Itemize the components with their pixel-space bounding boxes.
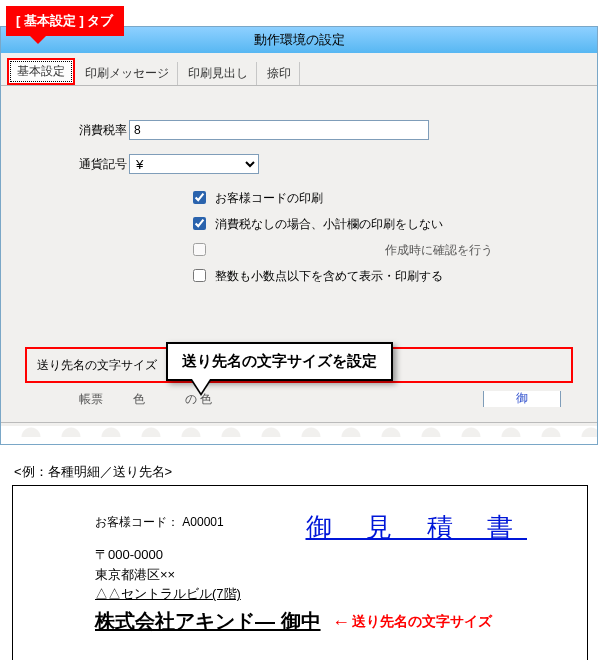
example-caption: <例：各種明細／送り先名> xyxy=(14,463,600,481)
chk-show-decimals-box[interactable] xyxy=(193,269,206,282)
customer-code-label: お客様コード： xyxy=(95,515,182,529)
address-line-2: △△セントラルビル(7階) xyxy=(95,584,569,604)
chk-print-customer-code-label: お客様コードの印刷 xyxy=(215,191,323,205)
chk-print-customer-code-box[interactable] xyxy=(193,191,206,204)
tabstrip: 基本設定 印刷メッセージ 印刷見出し 捺印 xyxy=(1,53,597,86)
tab-stamp[interactable]: 捺印 xyxy=(259,62,300,85)
balloon-font-size-hint: 送り先名の文字サイズを設定 xyxy=(166,342,393,381)
chk-print-customer-code[interactable]: お客様コードの印刷 xyxy=(189,188,579,207)
chk-no-tax-subtotal[interactable]: 消費税なしの場合、小計欄の印刷をしない xyxy=(189,214,579,233)
tab-print-heading[interactable]: 印刷見出し xyxy=(180,62,257,85)
chk-no-tax-subtotal-box[interactable] xyxy=(193,217,206,230)
chk-confirm-on-create-box[interactable] xyxy=(193,243,206,256)
wavy-cut-icon xyxy=(1,422,597,444)
callout-basic-settings-tab: [ 基本設定 ] タブ xyxy=(6,6,124,36)
chk-show-decimals-label: 整数も小数点以下を含めて表示・印刷する xyxy=(215,269,443,283)
currency-select[interactable]: ¥ xyxy=(129,154,259,174)
chk-show-decimals[interactable]: 整数も小数点以下を含めて表示・印刷する xyxy=(189,266,579,285)
arrow-left-icon: ← xyxy=(332,612,350,633)
tax-rate-input[interactable] xyxy=(129,120,429,140)
settings-dialog: 動作環境の設定 基本設定 印刷メッセージ 印刷見出し 捺印 消費税率 通貨記号 … xyxy=(0,26,598,445)
tab-print-message[interactable]: 印刷メッセージ xyxy=(77,62,178,85)
address-block: 〒000-0000 東京都港区×× △△セントラルビル(7階) xyxy=(95,545,569,604)
tax-rate-label: 消費税率 xyxy=(19,122,129,139)
cutoff-row: 帳票 色 の 色 御 xyxy=(79,391,573,411)
tab-basic-settings[interactable]: 基本設定 xyxy=(7,58,75,85)
currency-label: 通貨記号 xyxy=(19,156,129,173)
recipient-name: 株式会社アキンド― 御中 xyxy=(95,608,321,635)
document-title: 御 見 積 書 xyxy=(306,510,528,545)
chk-confirm-on-create[interactable]: 作成時に確認を行う xyxy=(189,240,579,259)
recipient-size-callout: ← 送り先名の文字サイズ xyxy=(332,612,492,633)
dialog-body: 消費税率 通貨記号 ¥ お客様コードの印刷 消費税なしの場合、小計欄の印刷をしな… xyxy=(1,86,597,426)
cutoff-mid: 色 xyxy=(133,392,145,406)
postal-code: 〒000-0000 xyxy=(95,545,569,565)
stamp-box-partial: 御 xyxy=(483,391,561,407)
cutoff-left: 帳票 xyxy=(79,392,103,406)
address-line-1: 東京都港区×× xyxy=(95,565,569,585)
recipient-font-size-label: 送り先名の文字サイズ xyxy=(37,357,157,374)
example-document: 御 見 積 書 お客様コード： A00001 〒000-0000 東京都港区××… xyxy=(12,485,588,660)
options-group: お客様コードの印刷 消費税なしの場合、小計欄の印刷をしない 作成時に確認を行う … xyxy=(189,188,579,285)
chk-confirm-on-create-label: 作成時に確認を行う xyxy=(385,243,493,257)
customer-code-value: A00001 xyxy=(182,515,223,529)
recipient-size-callout-label: 送り先名の文字サイズ xyxy=(352,613,492,631)
chk-no-tax-subtotal-label: 消費税なしの場合、小計欄の印刷をしない xyxy=(215,217,443,231)
